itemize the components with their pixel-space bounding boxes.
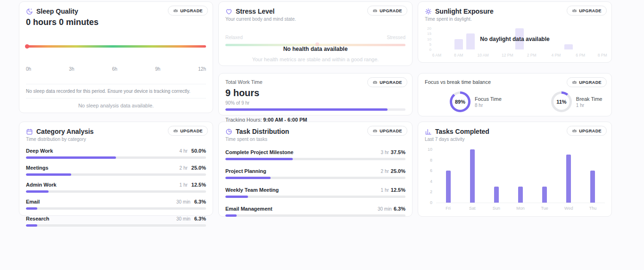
y-axis-tick: 15	[427, 32, 431, 36]
progress-fill	[225, 177, 271, 179]
category-time: 2 hr	[180, 165, 188, 171]
task-row: Project Planning 2 hr 25.0%	[225, 168, 405, 179]
progress-track	[225, 158, 405, 160]
x-axis-tick: 12 PM	[502, 53, 513, 57]
crown-icon	[372, 80, 378, 85]
upgrade-button[interactable]: UPGRADE	[168, 126, 208, 136]
crown-icon	[173, 8, 178, 13]
sleep-quality-scale	[26, 45, 206, 48]
sunlight-x-axis: 6 AM 8 AM 10 AM 12 PM 2 PM 4 PM 6 PM 8 P…	[434, 53, 605, 58]
break-time-percent: 11%	[553, 94, 570, 110]
task-label: Project Planning	[225, 168, 266, 174]
stress-empty-subtitle: Your health metrics are stable and withi…	[225, 57, 405, 62]
x-axis-tick: 8 AM	[454, 53, 463, 57]
focus-break-balance-card: Focus vs break time balance UPGRADE 89% …	[418, 73, 612, 116]
axis-tick: 3h	[69, 66, 74, 72]
category-time: 30 min	[176, 199, 190, 205]
x-axis-tick: 6 AM	[432, 53, 441, 57]
y-axis-tick: 10	[428, 147, 432, 152]
y-axis-tick: 2	[430, 189, 432, 194]
break-time-donut-group: 11% Break Time 1 hr	[551, 91, 603, 112]
tasks-completed-x-axis: Fri Sat Sun Mon Tue Wed Thu	[436, 206, 605, 211]
work-progress-track	[225, 108, 405, 111]
category-row: Email 30 min 6.3%	[26, 199, 206, 210]
tasks-bar	[566, 155, 571, 203]
progress-track	[26, 156, 206, 159]
focus-time-label: Focus Time	[475, 96, 502, 102]
x-axis-tick: Fri	[436, 206, 460, 211]
column-left: Sleep Quality UPGRADE 0 hours 0 minutes …	[19, 1, 213, 217]
stress-scale-min-label: Relaxed	[225, 35, 243, 40]
break-time-donut: 11%	[551, 91, 572, 112]
progress-track	[225, 196, 405, 198]
axis-tick: 12h	[198, 66, 206, 72]
progress-fill	[26, 207, 37, 210]
x-axis-tick: Mon	[508, 206, 532, 211]
work-time-value: 9 hours	[225, 88, 405, 98]
x-axis-tick: 4 PM	[552, 53, 561, 57]
stress-level-subtitle: Your current body and mind state.	[225, 16, 405, 22]
stress-scale-max-label: Stressed	[387, 35, 405, 40]
upgrade-button[interactable]: UPGRADE	[367, 77, 407, 87]
progress-fill	[225, 158, 293, 160]
x-axis-tick: 2 PM	[527, 53, 537, 57]
axis-tick: 9h	[155, 66, 160, 72]
category-row: Deep Work 4 hr 50.0%	[26, 148, 206, 159]
upgrade-button[interactable]: UPGRADE	[567, 126, 607, 136]
upgrade-label: UPGRADE	[579, 80, 602, 85]
task-time: 1 hr	[381, 188, 389, 193]
x-axis-tick: Sun	[484, 206, 508, 211]
y-axis-tick: 5	[429, 42, 431, 46]
y-axis-tick: 0	[429, 48, 431, 52]
upgrade-label: UPGRADE	[579, 129, 602, 133]
focus-time-donut-group: 89% Focus Time 8 hr	[450, 91, 502, 112]
tasks-bar	[446, 171, 451, 203]
category-percent: 25.0%	[191, 165, 206, 171]
category-row: Admin Work 1 hr 12.5%	[26, 182, 206, 193]
upgrade-label: UPGRADE	[579, 8, 602, 13]
crown-icon	[372, 128, 378, 133]
y-axis-tick: 4	[430, 179, 432, 184]
sleep-quality-card: Sleep Quality UPGRADE 0 hours 0 minutes …	[19, 1, 213, 113]
progress-fill	[225, 214, 237, 217]
upgrade-label: UPGRADE	[380, 129, 402, 133]
progress-fill	[225, 196, 248, 198]
progress-track	[26, 207, 206, 210]
focus-time-donut: 89%	[450, 91, 471, 112]
category-time: 30 min	[176, 216, 190, 221]
axis-tick: 0h	[26, 66, 31, 72]
task-distribution-title: Task Distribution	[236, 128, 289, 135]
upgrade-button[interactable]: UPGRADE	[367, 6, 407, 16]
x-axis-tick: Thu	[581, 206, 605, 211]
break-time-hours: 1 hr	[576, 103, 603, 108]
upgrade-button[interactable]: UPGRADE	[367, 126, 407, 136]
progress-fill	[26, 224, 37, 227]
calendar-icon	[26, 128, 33, 135]
focus-time-percent: 89%	[452, 94, 468, 110]
sleep-axis-ticks: 0h 3h 6h 9h 12h	[26, 66, 206, 72]
task-row: Email Management 30 min 6.3%	[225, 206, 405, 217]
moon-icon	[26, 8, 33, 15]
sunlight-empty-state: No daylight data available	[418, 36, 611, 42]
sunlight-exposure-title: Sunlight Exposure	[435, 8, 494, 15]
category-percent: 6.3%	[194, 216, 206, 221]
task-distribution-card: Task Distribution Time spent on tasks UP…	[218, 122, 413, 217]
work-progress-fill	[225, 108, 388, 111]
x-axis-tick: 6 PM	[576, 53, 585, 57]
task-distribution-subtitle: Time spent on tasks	[225, 137, 405, 142]
stress-scale: Relaxed Stressed No health data availabl…	[225, 35, 405, 46]
progress-track	[26, 190, 206, 193]
upgrade-button[interactable]: UPGRADE	[168, 6, 208, 16]
upgrade-button[interactable]: UPGRADE	[567, 77, 607, 87]
task-percent: 12.5%	[391, 187, 405, 193]
x-axis-tick: Sat	[460, 206, 484, 211]
upgrade-button[interactable]: UPGRADE	[567, 6, 607, 16]
x-axis-tick: Wed	[557, 206, 581, 211]
sunlight-bar	[564, 44, 573, 49]
crown-icon	[572, 80, 577, 85]
task-label: Complete Project Milestone	[225, 149, 293, 155]
task-percent: 6.3%	[394, 206, 405, 212]
x-axis-tick: Tue	[533, 206, 557, 211]
y-axis-tick: 6	[430, 168, 432, 173]
x-axis-tick: 8 PM	[598, 53, 607, 57]
